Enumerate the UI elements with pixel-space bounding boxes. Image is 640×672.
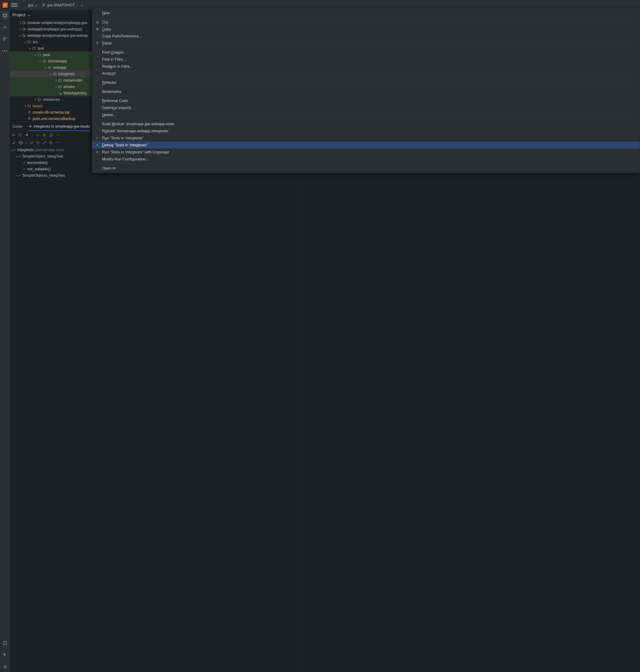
blank-icon: [96, 34, 99, 38]
menu-item[interactable]: Paste: [92, 40, 640, 47]
commit-tool-button[interactable]: [2, 24, 8, 31]
pkg-icon: [53, 72, 57, 76]
tree-arrow[interactable]: [33, 98, 37, 101]
paste-icon: [96, 41, 99, 45]
pkg-icon: [58, 78, 62, 82]
pkg-icon: [43, 59, 46, 63]
tree-label: test: [38, 46, 44, 50]
menu-label: Replace in Files...: [102, 64, 133, 69]
tree-arrow[interactable]: [33, 53, 37, 56]
console-output[interactable]: "C:\----Lineinclexcl: [300, 147, 640, 672]
tree-arrow[interactable]: [28, 47, 32, 50]
tree-arrow[interactable]: [18, 34, 21, 37]
more-icon[interactable]: ⋮: [56, 133, 60, 137]
tree-label: create-db-schema.sql: [33, 110, 70, 115]
blank-icon: [96, 99, 99, 103]
menu-label: Run 'Tests in 'integtests'' with Coverag…: [102, 150, 169, 154]
svg-point-3: [4, 27, 5, 28]
stop-button[interactable]: [25, 133, 28, 137]
menu-item[interactable]: Build Module 'simpleapp-jpa-webapp-tests: [92, 120, 640, 128]
menu-item[interactable]: Find Usages: [92, 49, 640, 56]
test-tree[interactable]: integtests (domainapp.mod922 msSimpleObj…: [10, 147, 300, 672]
chevron-down-icon[interactable]: [28, 13, 30, 17]
blank-icon: [96, 166, 99, 170]
pkg-icon: [58, 85, 62, 89]
tree-arrow[interactable]: [54, 79, 57, 82]
tree-arrow[interactable]: [11, 149, 13, 151]
tree-label: metamodel: [63, 78, 83, 83]
git-branch-selector[interactable]: jpa-SNAPSHOT ↙: [41, 2, 84, 8]
svg-marker-46: [97, 152, 98, 153]
test-pkg: (domainapp.mod: [35, 148, 63, 152]
menu-separator: [92, 87, 640, 87]
tree-arrow[interactable]: [44, 66, 47, 69]
menu-item[interactable]: Copy: [92, 26, 640, 33]
rerun-failed-button[interactable]: [18, 133, 22, 137]
menu-separator: [92, 78, 640, 78]
menu-item[interactable]: Rebuild 'domainapp.webapp.integtests': [92, 128, 640, 134]
tree-arrow[interactable]: [39, 59, 42, 63]
menu-item[interactable]: Run 'Tests in 'integtests'': [92, 134, 640, 141]
structure-tool-button[interactable]: [2, 36, 8, 43]
shield-button[interactable]: [36, 141, 40, 145]
chevron-down-icon: [81, 3, 83, 8]
sort-button[interactable]: [30, 141, 33, 145]
rerun-icon: [28, 124, 32, 128]
menu-item[interactable]: Find in Files...: [92, 56, 640, 63]
menu-item[interactable]: Cut: [92, 18, 640, 26]
tree-arrow[interactable]: [16, 155, 18, 157]
tree-label: module-simple-tests: [28, 20, 62, 25]
tab-integtests[interactable]: integtests in simpleapp-jpa-modu: [28, 122, 90, 131]
exit-icon[interactable]: [49, 133, 53, 137]
build-tool-button[interactable]: [2, 652, 8, 658]
debug-tool-button[interactable]: [2, 663, 8, 670]
blank-icon: [96, 72, 99, 75]
tree-label: smoke: [63, 85, 75, 89]
menu-item[interactable]: Reformat Code: [92, 97, 640, 104]
svg-point-32: [37, 134, 39, 136]
show-passed-button[interactable]: [12, 141, 16, 145]
module-icon: [22, 34, 26, 38]
menu-item[interactable]: New: [92, 10, 640, 16]
rerun-button[interactable]: [12, 133, 15, 137]
tree-arrow[interactable]: [18, 21, 21, 24]
menu-item[interactable]: Modify Run Configuration...: [92, 155, 640, 163]
menu-item[interactable]: Open In: [92, 165, 640, 172]
menu-item[interactable]: Copy Path/Reference...: [92, 33, 640, 40]
expand-button[interactable]: [43, 141, 46, 145]
svg-rect-13: [24, 29, 25, 30]
menu-item[interactable]: Bookmarks: [92, 88, 640, 95]
tree-arrow[interactable]: [23, 104, 27, 107]
main-menu-button[interactable]: [11, 2, 18, 8]
tree-arrow[interactable]: [23, 40, 27, 44]
debug-icon[interactable]: [36, 133, 39, 137]
test-row[interactable]: SimpleObjects_IntegTest: [10, 172, 300, 179]
tree-arrow[interactable]: [54, 85, 57, 88]
tree-label: resources: [43, 97, 60, 102]
project-selector[interactable]: jpa: [27, 2, 38, 8]
tree-label: src: [33, 40, 38, 44]
run-tool-button[interactable]: [2, 640, 8, 646]
menu-item[interactable]: Analyze: [92, 70, 640, 77]
tree-arrow[interactable]: [18, 28, 21, 31]
menu-item[interactable]: Replace in Files...: [92, 63, 640, 70]
tab-cover[interactable]: Cover: [13, 122, 23, 131]
menu-label: Reformat Code: [102, 99, 128, 103]
tree-arrow[interactable]: [16, 175, 18, 176]
menu-item[interactable]: Delete...: [92, 111, 640, 118]
module-icon: [22, 27, 26, 31]
show-ignored-button[interactable]: [19, 141, 23, 145]
screenshot-icon[interactable]: [43, 133, 46, 137]
more-tool-button[interactable]: •••: [2, 48, 8, 54]
svg-point-1: [43, 6, 44, 6]
menu-item[interactable]: Refactor: [92, 79, 640, 86]
blank-icon: [96, 113, 99, 117]
tree-arrow[interactable]: [49, 72, 52, 75]
menu-item[interactable]: Debug 'Tests in 'integtests'': [92, 141, 640, 149]
menu-item[interactable]: Run 'Tests in 'integtests'' with Coverag…: [92, 149, 640, 155]
project-tool-button[interactable]: [2, 12, 8, 19]
context-menu[interactable]: NewCutCopyCopy Path/Reference...PasteFin…: [92, 8, 640, 173]
more-icon[interactable]: ⋮: [55, 140, 60, 145]
menu-item[interactable]: Optimize Imports: [92, 104, 640, 111]
history-button[interactable]: [49, 141, 53, 145]
